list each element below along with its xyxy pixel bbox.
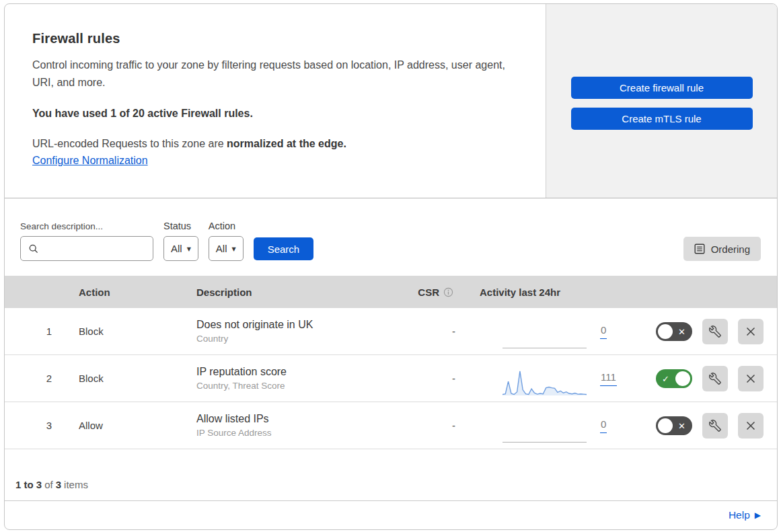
items-word: items: [64, 479, 88, 490]
column-action: Action: [65, 287, 196, 298]
rule-title: IP reputation score: [196, 366, 408, 378]
rule-activity: 0: [476, 406, 644, 445]
arrow-right-icon: ▶: [755, 510, 761, 520]
list-ordering-icon: [694, 243, 705, 254]
wrench-icon: [709, 373, 721, 385]
rule-title: Does not originate in UK: [196, 319, 408, 331]
usage-summary: You have used 1 of 20 active Firewall ru…: [32, 108, 519, 120]
normalization-prefix: URL-encoded Requests to this zone are: [32, 138, 227, 149]
intro-panel: Firewall rules Control incoming traffic …: [5, 4, 546, 198]
help-bar: Help ▶: [5, 501, 777, 529]
wrench-icon: [709, 326, 721, 338]
create-firewall-rule-button[interactable]: Create firewall rule: [571, 77, 753, 99]
activity-sparkline: [503, 414, 587, 445]
activity-count-link[interactable]: 0: [600, 418, 607, 433]
toggle-knob: [658, 324, 673, 339]
rule-action: Block: [65, 373, 196, 384]
rule-activity: 0: [476, 312, 644, 351]
actions-panel: Create firewall rule Create mTLS rule: [546, 4, 777, 198]
toggle-knob: [675, 371, 690, 386]
edit-rule-button[interactable]: [702, 413, 728, 439]
ordering-button-label: Ordering: [711, 243, 750, 255]
rule-controls: ✓ ✕: [644, 413, 777, 439]
search-input[interactable]: [39, 237, 161, 260]
top-section: Firewall rules Control incoming traffic …: [5, 4, 777, 198]
delete-rule-button[interactable]: [738, 366, 764, 391]
action-select[interactable]: All ▼: [209, 236, 244, 261]
action-label: Action: [209, 221, 244, 231]
chevron-down-icon: ▼: [232, 246, 236, 252]
create-mtls-rule-button[interactable]: Create mTLS rule: [571, 108, 753, 130]
close-icon: [746, 374, 755, 383]
status-label: Status: [163, 221, 198, 231]
rule-controls: ✓ ✕: [644, 366, 777, 391]
search-input-wrapper: [20, 236, 153, 261]
info-icon[interactable]: [443, 287, 453, 297]
rule-fields: Country: [196, 334, 408, 344]
rule-action: Block: [65, 326, 196, 337]
rule-csr: -: [408, 373, 476, 384]
search-label: Search description...: [20, 221, 153, 231]
rule-priority: 2: [5, 373, 65, 384]
rule-csr: -: [408, 326, 476, 337]
activity-count-link[interactable]: 0: [600, 324, 607, 339]
edit-rule-button[interactable]: [702, 366, 728, 391]
delete-rule-button[interactable]: [738, 319, 764, 344]
close-icon: [746, 327, 755, 336]
rule-title: Allow listed IPs: [196, 413, 408, 425]
firewall-rules-card: Firewall rules Control incoming traffic …: [4, 3, 778, 530]
rule-description: IP reputation score Country, Threat Scor…: [196, 366, 408, 391]
column-csr: CSR: [408, 287, 476, 298]
wrench-icon: [709, 420, 721, 432]
table-row: 3 Allow Allow listed IPs IP Source Addre…: [5, 402, 777, 449]
pagination-summary: 1 to 3 of 3 items: [5, 449, 777, 501]
action-filter-group: Action All ▼: [209, 221, 244, 261]
rule-action: Allow: [65, 420, 196, 431]
configure-normalization-link[interactable]: Configure Normalization: [32, 155, 148, 167]
rule-activity: 111: [476, 359, 644, 398]
status-filter-group: Status All ▼: [163, 221, 198, 261]
rule-priority: 3: [5, 420, 65, 431]
status-toggle[interactable]: ✓ ✕: [656, 416, 692, 435]
chevron-down-icon: ▼: [187, 246, 191, 252]
activity-sparkline: [503, 320, 587, 351]
status-select[interactable]: All ▼: [163, 236, 198, 261]
help-link-label: Help: [729, 509, 750, 521]
filter-bar: Search description... Status All ▼ Actio…: [5, 198, 777, 276]
rule-description: Allow listed IPs IP Source Address: [196, 413, 408, 438]
rule-controls: ✓ ✕: [644, 319, 777, 344]
toggle-knob: [658, 418, 673, 433]
items-range: 1 to 3: [15, 479, 42, 490]
ordering-button[interactable]: Ordering: [683, 237, 761, 261]
close-icon: [746, 421, 755, 430]
rule-priority: 1: [5, 326, 65, 337]
activity-count-link[interactable]: 111: [600, 371, 617, 386]
search-button[interactable]: Search: [254, 237, 314, 260]
table-row: 1 Block Does not originate in UK Country…: [5, 308, 777, 355]
intro-description: Control incoming traffic to your zone by…: [32, 56, 513, 91]
status-toggle[interactable]: ✓ ✕: [656, 369, 692, 388]
status-toggle[interactable]: ✓ ✕: [656, 322, 692, 341]
column-description: Description: [196, 287, 408, 298]
status-select-value: All: [171, 243, 182, 254]
rule-fields: Country, Threat Score: [196, 381, 408, 391]
rule-description: Does not originate in UK Country: [196, 319, 408, 344]
help-link[interactable]: Help ▶: [729, 509, 761, 521]
items-total: 3: [56, 479, 61, 490]
activity-sparkline: [503, 367, 587, 398]
check-icon: ✓: [662, 373, 669, 383]
normalization-bold: normalized at the edge.: [227, 138, 346, 149]
items-of: of: [44, 479, 53, 490]
edit-rule-button[interactable]: [702, 319, 728, 344]
action-select-value: All: [216, 243, 227, 254]
column-activity: Activity last 24hr: [476, 287, 644, 298]
rule-csr: -: [408, 420, 476, 431]
column-csr-label: CSR: [418, 287, 439, 298]
table-header: Action Description CSR Activity last 24h…: [5, 276, 777, 308]
rule-fields: IP Source Address: [196, 428, 408, 438]
table-row: 2 Block IP reputation score Country, Thr…: [5, 355, 777, 402]
delete-rule-button[interactable]: [738, 413, 764, 439]
search-icon: [28, 243, 39, 254]
x-icon: ✕: [678, 420, 685, 430]
search-group: Search description...: [20, 221, 153, 261]
